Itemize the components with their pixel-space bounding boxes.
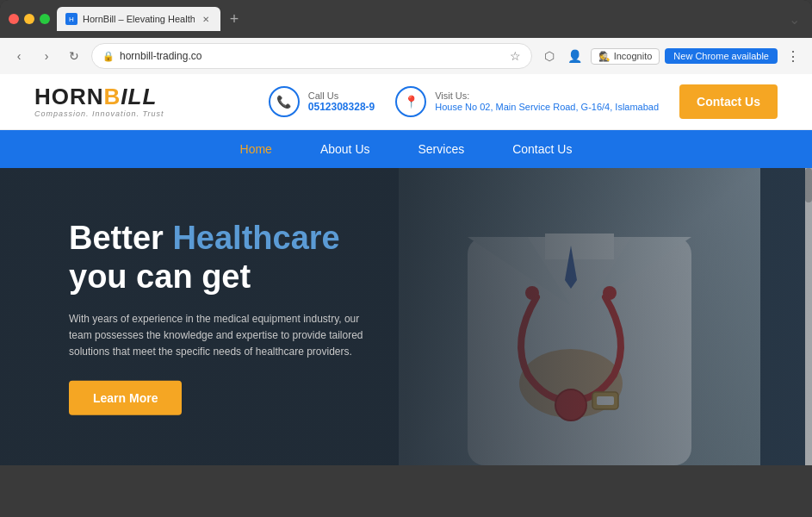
- back-button[interactable]: ‹: [9, 46, 29, 66]
- visit-us-label: Visit Us:: [435, 90, 659, 101]
- nav-about[interactable]: About Us: [296, 130, 394, 168]
- extensions-icon[interactable]: ⬡: [539, 46, 560, 66]
- learn-more-button[interactable]: Learn More: [69, 381, 182, 415]
- hero-title-part2: you can get: [69, 258, 251, 295]
- tab-favicon: H: [65, 13, 77, 25]
- nav-items: Home About Us Services Contact Us: [216, 130, 597, 168]
- site-header: HORNBILL Compassion. Innovation. Trust 📞…: [0, 74, 812, 130]
- header-contact: 📞 Call Us 0512308328-9 📍 Visit Us: House…: [269, 84, 778, 119]
- nav-services[interactable]: Services: [394, 130, 489, 168]
- visit-us-info: Visit Us: House No 02, Main Service Road…: [435, 90, 659, 113]
- hero-section: Better Healthcare you can get With years…: [0, 168, 812, 465]
- location-icon: 📍: [395, 86, 426, 117]
- maximize-window-btn[interactable]: [40, 14, 50, 24]
- traffic-lights: [9, 14, 50, 24]
- logo-b: B: [104, 84, 121, 109]
- browser-toolbar: ‹ › ↻ 🔒 hornbill-trading.co ☆ ⬡ 👤 🕵 Inco…: [0, 38, 812, 74]
- incognito-hat-icon: 🕵: [598, 51, 611, 62]
- window-more-btn[interactable]: ⌄: [785, 9, 803, 29]
- call-us-item: 📞 Call Us 0512308328-9: [269, 86, 375, 117]
- logo-horn: HORN: [34, 84, 104, 109]
- visit-us-item: 📍 Visit Us: House No 02, Main Service Ro…: [395, 86, 659, 117]
- browser-menu-btn[interactable]: ⋮: [783, 47, 803, 66]
- hero-description: With years of experience in the medical …: [69, 310, 379, 360]
- logo: HORNBILL: [34, 85, 164, 108]
- website-content: HORNBILL Compassion. Innovation. Trust 📞…: [0, 74, 812, 465]
- phone-icon: 📞: [269, 86, 300, 117]
- browser-chrome: H HornBill – Elevating Healthca... ✕ + ⌄…: [0, 0, 812, 74]
- address-bar[interactable]: 🔒 hornbill-trading.co ☆: [91, 43, 532, 69]
- nav-home[interactable]: Home: [216, 130, 296, 168]
- logo-ill: ILL: [121, 84, 157, 109]
- toolbar-icons: ⬡ 👤 🕵 Incognito New Chrome available ⋮: [539, 46, 803, 66]
- visit-us-address: House No 02, Main Service Road, G-16/4, …: [435, 101, 659, 113]
- profile-icon[interactable]: 👤: [565, 46, 586, 66]
- titlebar: H HornBill – Elevating Healthca... ✕ + ⌄: [0, 0, 812, 38]
- active-tab[interactable]: H HornBill – Elevating Healthca... ✕: [57, 7, 220, 31]
- hero-title: Better Healthcare you can get: [69, 218, 379, 296]
- incognito-badge: 🕵 Incognito: [591, 48, 660, 65]
- call-us-info: Call Us 0512308328-9: [308, 90, 375, 113]
- incognito-label: Incognito: [614, 51, 653, 61]
- url-text: hornbill-trading.co: [120, 50, 505, 62]
- forward-button[interactable]: ›: [36, 46, 57, 66]
- call-us-label: Call Us: [308, 90, 375, 101]
- tab-bar: H HornBill – Elevating Healthca... ✕ +: [57, 7, 778, 31]
- call-us-number: 0512308328-9: [308, 101, 375, 113]
- hero-title-part1: Better: [69, 219, 172, 255]
- lock-icon: 🔒: [102, 51, 115, 62]
- hero-content: Better Healthcare you can get With years…: [69, 218, 379, 415]
- hero-title-highlight: Healthcare: [172, 219, 339, 255]
- tab-close-btn[interactable]: ✕: [200, 13, 212, 25]
- nav-contact[interactable]: Contact Us: [488, 130, 596, 168]
- close-window-btn[interactable]: [9, 14, 19, 24]
- logo-tagline: Compassion. Innovation. Trust: [34, 109, 164, 118]
- tab-title: HornBill – Elevating Healthca...: [83, 14, 195, 24]
- new-tab-button[interactable]: +: [224, 9, 245, 29]
- bookmark-icon[interactable]: ☆: [510, 49, 521, 63]
- logo-area: HORNBILL Compassion. Innovation. Trust: [34, 85, 164, 118]
- site-nav: Home About Us Services Contact Us: [0, 130, 812, 168]
- minimize-window-btn[interactable]: [24, 14, 34, 24]
- new-chrome-btn[interactable]: New Chrome available: [665, 48, 778, 64]
- reload-button[interactable]: ↻: [64, 46, 84, 66]
- contact-us-button[interactable]: Contact Us: [679, 84, 778, 119]
